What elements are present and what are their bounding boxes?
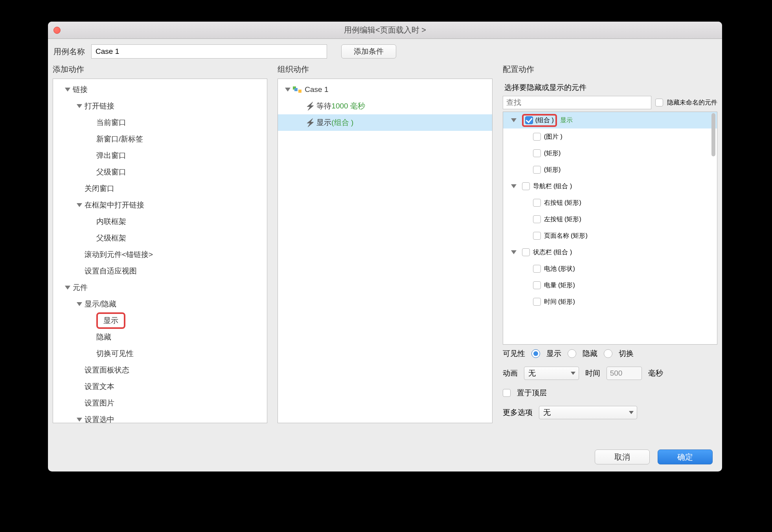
tree-leaf-new-window-tab[interactable]: 新窗口/新标签	[53, 131, 267, 147]
group-state: 显示	[560, 116, 573, 125]
add-condition-button[interactable]: 添加条件	[341, 44, 396, 59]
widget-row-image[interactable]: (图片 )	[503, 128, 717, 145]
widget-checkbox[interactable]	[533, 232, 541, 240]
bring-front-label: 置于顶层	[517, 388, 547, 398]
widget-checkbox[interactable]	[533, 149, 541, 157]
widget-row-statusbar[interactable]: 状态栏 (组合 )	[503, 244, 717, 260]
close-button[interactable]	[53, 27, 61, 34]
tree-node-open-in-frame[interactable]: 在框架中打开链接	[53, 197, 267, 213]
tree-node-widgets[interactable]: 元件	[53, 279, 267, 296]
search-row: 隐藏未命名的元件	[503, 96, 717, 109]
tree-leaf-adaptive[interactable]: 设置自适应视图	[53, 263, 267, 279]
radio-hide[interactable]	[568, 349, 576, 358]
tree-leaf-current-window[interactable]: 当前窗口	[53, 114, 267, 131]
widget-checkbox[interactable]	[533, 133, 541, 141]
add-action-column: 添加动作 链接 打开链接 当前窗口 新窗口/新标签 弹出窗口 父级窗口 关闭窗口…	[53, 62, 267, 423]
highlight-group: (组合 )	[522, 114, 557, 127]
tree-leaf-set-image[interactable]: 设置图片	[53, 395, 267, 411]
tree-leaf-toggle-visibility[interactable]: 切换可见性	[53, 345, 267, 362]
tree-leaf-close-window[interactable]: 关闭窗口	[53, 180, 267, 197]
tree-leaf-set-panel-state[interactable]: 设置面板状态	[53, 362, 267, 378]
window-title: 用例编辑<页面载入时 >	[48, 25, 722, 35]
radio-show[interactable]	[531, 349, 540, 358]
hide-unnamed-checkbox[interactable]	[655, 99, 663, 106]
case-name-label: 用例名称	[53, 46, 85, 57]
time-input[interactable]	[607, 367, 642, 380]
more-options-label: 更多选项	[503, 407, 533, 418]
ok-button[interactable]: 确定	[658, 449, 713, 464]
cancel-button[interactable]: 取消	[595, 449, 650, 464]
widget-search-input[interactable]	[503, 96, 651, 109]
widget-checkbox[interactable]	[533, 281, 541, 289]
animation-row: 动画 无 时间 毫秒	[503, 363, 717, 384]
widget-row-group[interactable]: (组合 ) 显示	[503, 112, 717, 128]
tree-leaf-show[interactable]: 显示	[53, 312, 267, 329]
tree-leaf-inline-frame[interactable]: 内联框架	[53, 213, 267, 230]
visibility-row: 可见性 显示 隐藏 切换	[503, 345, 717, 363]
bring-front-row: 置于顶层	[503, 384, 717, 402]
tree-leaf-parent-frame[interactable]: 父级框架	[53, 230, 267, 246]
widget-tree: (组合 ) 显示 (图片 ) (矩形) (矩形) 导航栏 (组合 ) 右按钮 (…	[503, 112, 717, 345]
bolt-icon	[305, 118, 312, 127]
widget-row-rect1[interactable]: (矩形)	[503, 145, 717, 161]
tree-leaf-popup-window[interactable]: 弹出窗口	[53, 147, 267, 164]
tree-leaf-set-text[interactable]: 设置文本	[53, 378, 267, 395]
scrollbar[interactable]	[710, 112, 717, 344]
visibility-label: 可见性	[503, 349, 525, 359]
caret-icon	[65, 286, 70, 290]
tree-node-set-selected[interactable]: 设置选中	[53, 411, 267, 423]
organize-action-column: 组织动作 Case 1 等待 1000 毫秒 显示 (组合 )	[278, 62, 492, 423]
organize-wait[interactable]: 等待 1000 毫秒	[278, 98, 492, 114]
tree-leaf-scroll-anchor[interactable]: 滚动到元件<锚链接>	[53, 246, 267, 263]
configure-action-column: 配置动作 选择要隐藏或显示的元件 隐藏未命名的元件 (组合 )	[503, 62, 717, 423]
tree-leaf-parent-window[interactable]: 父级窗口	[53, 164, 267, 180]
widget-checkbox[interactable]	[522, 248, 530, 256]
hide-unnamed-label: 隐藏未命名的元件	[667, 99, 717, 107]
widget-checkbox[interactable]	[533, 215, 541, 223]
more-options-row: 更多选项 无	[503, 402, 717, 423]
tree-leaf-hide[interactable]: 隐藏	[53, 329, 267, 345]
titlebar: 用例编辑<页面载入时 >	[48, 22, 722, 39]
organize-case[interactable]: Case 1	[278, 81, 492, 98]
add-action-title: 添加动作	[53, 62, 267, 79]
wait-value: 1000 毫秒	[331, 101, 365, 111]
widget-row-rect2[interactable]: (矩形)	[503, 161, 717, 178]
caret-icon	[77, 104, 82, 108]
animation-label: 动画	[503, 368, 518, 378]
widget-checkbox[interactable]	[533, 298, 541, 306]
organize-show[interactable]: 显示 (组合 )	[278, 114, 492, 131]
caret-icon	[65, 88, 70, 92]
animation-select[interactable]: 无	[524, 367, 579, 380]
time-label: 时间	[585, 368, 600, 378]
tree-node-show-hide[interactable]: 显示/隐藏	[53, 296, 267, 312]
scrollbar-thumb[interactable]	[711, 113, 715, 156]
widget-row-navbar[interactable]: 导航栏 (组合 )	[503, 178, 717, 194]
case-name-input[interactable]	[91, 44, 327, 59]
footer: 取消 确定	[595, 449, 713, 464]
widget-checkbox[interactable]	[533, 265, 541, 273]
action-tree-panel: 链接 打开链接 当前窗口 新窗口/新标签 弹出窗口 父级窗口 关闭窗口 在框架中…	[53, 79, 267, 423]
radio-toggle[interactable]	[604, 349, 612, 358]
widget-row-time[interactable]: 时间 (矩形)	[503, 294, 717, 310]
highlight-show: 显示	[96, 312, 125, 329]
widget-checkbox[interactable]	[533, 199, 541, 207]
select-widgets-label: 选择要隐藏或显示的元件	[503, 79, 717, 96]
caret-icon	[77, 302, 82, 306]
widget-checkbox[interactable]	[533, 166, 541, 174]
widget-row-battery[interactable]: 电池 (形状)	[503, 260, 717, 277]
more-options-select[interactable]: 无	[539, 406, 637, 419]
widget-checkbox-group[interactable]	[525, 116, 533, 124]
action-tree: 链接 打开链接 当前窗口 新窗口/新标签 弹出窗口 父级窗口 关闭窗口 在框架中…	[53, 79, 267, 423]
tree-node-link[interactable]: 链接	[53, 81, 267, 98]
caret-icon	[511, 250, 517, 254]
organize-panel: Case 1 等待 1000 毫秒 显示 (组合 )	[278, 79, 492, 423]
time-unit: 毫秒	[648, 368, 663, 378]
tree-node-open-link[interactable]: 打开链接	[53, 98, 267, 114]
caret-icon	[285, 88, 290, 92]
widget-row-left-btn[interactable]: 左按钮 (矩形)	[503, 211, 717, 227]
widget-checkbox[interactable]	[522, 182, 530, 190]
widget-row-right-btn[interactable]: 右按钮 (矩形)	[503, 194, 717, 211]
widget-row-power[interactable]: 电量 (矩形)	[503, 277, 717, 294]
widget-row-page-name[interactable]: 页面名称 (矩形)	[503, 227, 717, 244]
bring-front-checkbox[interactable]	[503, 389, 511, 397]
